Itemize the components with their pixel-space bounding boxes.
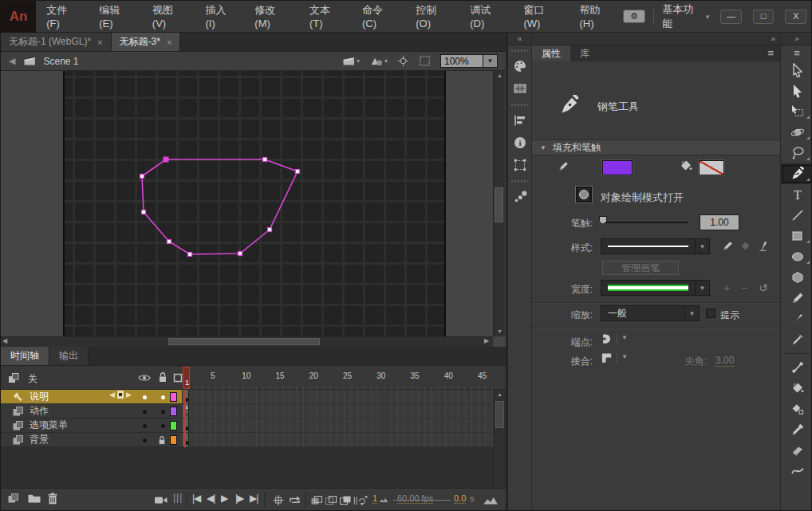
paint-brush-tool[interactable] [781,309,812,329]
layer-name[interactable]: 背景 [30,433,49,446]
layer-frames-track[interactable] [183,419,493,433]
onion-skin-button[interactable] [310,495,323,505]
layer-visibility-dot[interactable] [143,410,147,414]
layer-lock-dot[interactable] [161,410,165,414]
go-to-first-frame-button[interactable]: |◀ [192,493,200,504]
selection-tool[interactable] [781,60,812,81]
menu-item-9[interactable]: 窗口(W) [514,1,570,33]
lasso-tool[interactable] [781,143,812,163]
width-tool[interactable] [781,461,812,482]
text-tool[interactable]: T [781,184,812,205]
eraser-tool[interactable] [781,440,812,461]
stroke-size-value[interactable]: 1.00 [700,214,739,230]
expand-tools-button[interactable]: » [781,33,812,45]
layer-depth-button[interactable]: ||| [173,492,183,503]
scale-dropdown[interactable]: 一般 ▼ [601,305,700,321]
layer-name[interactable]: 动作 [30,404,49,418]
eyedropper-tool[interactable] [781,419,812,440]
resize-timeline-view-icon[interactable] [483,495,499,505]
zoom-combo[interactable]: 100% ▼ [440,54,498,68]
stroke-color-swatch[interactable] [602,160,633,175]
hinting-checkbox[interactable] [706,309,715,318]
show-hide-all-layers-icon[interactable] [138,373,151,383]
expand-properties-button[interactable]: » [532,33,780,45]
stroke-style-dropdown[interactable]: ▼ [601,238,710,254]
scroll-down-icon[interactable]: ▼ [494,327,506,336]
pencil-tool[interactable] [781,288,812,309]
dock-grip[interactable] [511,178,528,184]
frame-rate-value[interactable]: 60.00 fps [397,493,433,504]
brush-library-icon[interactable] [757,240,769,252]
free-transform-tool[interactable] [781,101,812,122]
object-drawing-toggle[interactable] [575,186,593,203]
menu-item-3[interactable]: 插入(I) [195,1,244,33]
menu-item-8[interactable]: 调试(D) [459,1,513,33]
tools-menu-icon[interactable]: ≡ [781,45,812,60]
center-frame-button[interactable] [272,494,285,506]
paint-bucket-tool[interactable] [781,378,812,399]
elapsed-time-value[interactable]: 0.0 [454,493,466,504]
add-camera-button[interactable] [154,495,168,505]
vertical-scroll-thumb[interactable] [495,187,503,222]
timeline-scroll-thumb[interactable] [495,401,504,428]
layer-0[interactable]: 说明 ◀▶ [1,390,182,404]
menu-item-6[interactable]: 命令(C) [352,1,405,33]
layer-outline-color-swatch[interactable] [170,392,177,402]
cap-dropdown-arrow[interactable]: ▼ [621,334,628,341]
motion-presets-panel[interactable] [508,186,532,208]
delete-layer-button[interactable] [47,492,58,505]
layer-frames-track[interactable]: a [183,404,493,419]
stage-canvas-area[interactable]: ▲ ▼ ◀ ▶ [1,71,506,347]
properties-tab-1[interactable]: 库 [570,45,599,61]
layer-visibility-dot[interactable] [143,438,147,442]
layer-name[interactable]: 说明 [30,390,49,403]
horizontal-scroll-thumb[interactable] [168,338,320,345]
layer-outline-color-swatch[interactable] [170,421,177,430]
close-tab-icon[interactable]: × [167,37,171,47]
scroll-up-icon[interactable]: ▲ [494,390,506,399]
edit-stroke-style-icon[interactable] [722,240,734,252]
scroll-left-icon[interactable]: ◀ [2,337,7,344]
onion-skin-outlines-button[interactable] [325,495,337,505]
layer-outline-color-swatch[interactable] [170,407,177,416]
properties-tab-0[interactable]: 属性 [532,45,570,61]
stroke-size-slider[interactable] [602,222,688,223]
layer-visibility-dot[interactable] [143,395,147,399]
back-arrow-icon[interactable]: ◀ [1,56,23,66]
layer-lock-icon[interactable] [158,435,166,446]
fill-stroke-section-header[interactable]: ▼ 填充和笔触 [532,140,780,155]
dock-grip[interactable] [511,101,528,108]
menu-item-7[interactable]: 控制(O) [405,1,459,33]
edit-multiple-frames-button[interactable] [339,495,352,505]
layers-icon[interactable] [7,371,20,384]
edit-scene-button[interactable]: ▾ [342,56,360,66]
swatches-panel[interactable] [508,77,532,100]
outline-all-layers-icon[interactable] [173,373,183,383]
keyframe-nav-widgets[interactable]: ◀▶ [109,391,132,399]
line-tool[interactable] [781,205,812,226]
collapse-dock-button[interactable]: « [508,33,531,45]
go-to-last-frame-button[interactable]: ▶| [250,493,258,504]
current-frame-value[interactable]: 1 [372,493,377,504]
brush-tool[interactable] [781,329,812,350]
align-panel[interactable] [508,109,532,132]
reset-width-profile-icon[interactable]: ↺ [759,281,768,294]
cc-sync-icon[interactable]: ⚙ [623,10,645,23]
menu-item-2[interactable]: 视图(V) [142,1,195,33]
oval-tool[interactable] [781,246,812,267]
layer-outline-color-swatch[interactable] [170,435,177,445]
info-panel[interactable]: i [508,132,532,154]
layer-lock-dot[interactable] [161,424,165,428]
join-style-icon[interactable] [599,352,613,364]
menu-item-0[interactable]: 文件(F) [36,1,89,33]
rectangle-tool[interactable] [781,226,812,246]
timeline-vertical-scrollbar[interactable]: ▲ [493,390,506,488]
zoom-dropdown-arrow[interactable]: ▼ [483,54,498,68]
dropdown-arrow-icon[interactable]: ▼ [695,239,709,254]
new-layer-button[interactable] [7,493,19,504]
polystar-tool[interactable] [781,267,812,288]
join-dropdown-arrow[interactable]: ▼ [621,353,628,360]
rotation-3d-tool[interactable] [781,122,812,143]
dock-grip[interactable] [511,47,528,53]
subselection-tool[interactable] [781,81,812,101]
